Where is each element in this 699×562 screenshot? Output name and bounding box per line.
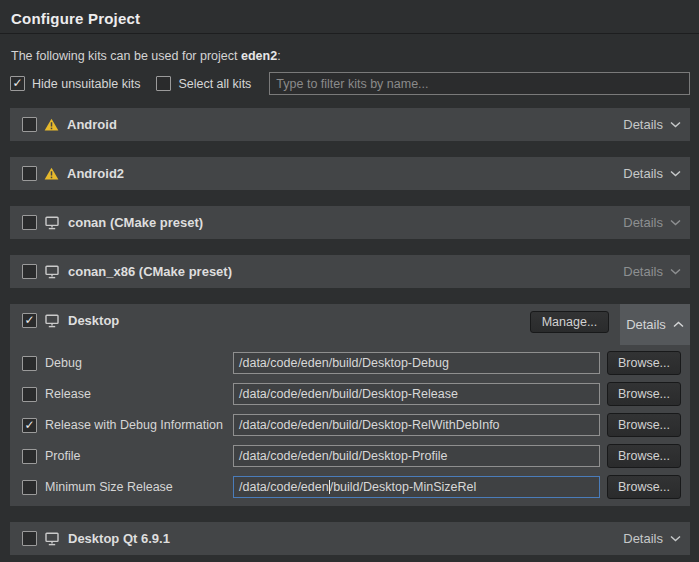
build-config-row-relwithdebinfo: Release with Debug Information /data/cod… bbox=[22, 413, 681, 437]
config-label: Release bbox=[45, 387, 233, 401]
details-toggle[interactable]: Details bbox=[623, 264, 681, 279]
desktop-icon bbox=[44, 313, 60, 328]
kit-row-conan: conan (CMake preset) Details bbox=[10, 206, 690, 239]
chevron-down-icon bbox=[670, 535, 681, 542]
build-dir-input[interactable]: /data/code/eden/build/Desktop-RelWithDeb… bbox=[233, 414, 600, 436]
build-config-row-debug: Debug /data/code/eden/build/Desktop-Debu… bbox=[22, 351, 681, 375]
kit-name: conan_x86 (CMake preset) bbox=[68, 264, 232, 279]
kit-name: Android bbox=[67, 117, 117, 132]
build-config-row-minsizerel: Minimum Size Release /data/code/eden/bui… bbox=[22, 475, 681, 499]
kit-row-android2: Android2 Details bbox=[10, 157, 690, 190]
chevron-down-icon bbox=[670, 170, 681, 177]
details-label: Details bbox=[623, 264, 663, 279]
intro-suffix: : bbox=[277, 49, 280, 63]
build-config-row-profile: Profile /data/code/eden/build/Desktop-Pr… bbox=[22, 444, 681, 468]
desktop-icon bbox=[44, 264, 60, 279]
details-label: Details bbox=[623, 166, 663, 181]
build-dir-path: /data/code/eden bbox=[239, 480, 329, 494]
kit-name: conan (CMake preset) bbox=[68, 215, 203, 230]
kit-name: Android2 bbox=[67, 166, 124, 181]
project-name: eden2 bbox=[241, 49, 277, 63]
details-toggle[interactable]: Details bbox=[623, 166, 681, 181]
intro-text: The following kits can be used for proje… bbox=[11, 49, 690, 63]
build-dir-input[interactable]: /data/code/eden/build/Desktop-Debug bbox=[233, 352, 600, 374]
title-separator bbox=[0, 33, 699, 34]
config-checkbox[interactable] bbox=[22, 418, 37, 433]
browse-button[interactable]: Browse... bbox=[607, 382, 681, 406]
intro-prefix: The following kits can be used for proje… bbox=[11, 49, 241, 63]
build-dir-path: /build/Desktop-MinSizeRel bbox=[330, 480, 477, 494]
details-label: Details bbox=[623, 531, 663, 546]
kit-name: Desktop bbox=[68, 313, 119, 328]
select-all-label: Select all kits bbox=[178, 77, 251, 91]
configure-project-page: Configure Project The following kits can… bbox=[0, 0, 699, 555]
kit-name: Desktop Qt 6.9.1 bbox=[68, 531, 170, 546]
details-label: Details bbox=[623, 215, 663, 230]
config-label: Release with Debug Information bbox=[45, 418, 233, 432]
warning-icon bbox=[44, 167, 59, 180]
kit-checkbox[interactable] bbox=[22, 215, 37, 230]
select-all-checkbox[interactable] bbox=[156, 76, 171, 91]
details-label: Details bbox=[626, 317, 666, 332]
warning-icon bbox=[44, 118, 59, 131]
kit-checkbox[interactable] bbox=[22, 117, 37, 132]
config-checkbox[interactable] bbox=[22, 449, 37, 464]
details-toggle[interactable]: Details bbox=[623, 215, 681, 230]
config-checkbox[interactable] bbox=[22, 387, 37, 402]
chevron-down-icon bbox=[670, 268, 681, 275]
browse-button[interactable]: Browse... bbox=[607, 475, 681, 499]
kit-row-android: Android Details bbox=[10, 108, 690, 141]
desktop-icon bbox=[44, 531, 60, 546]
details-toggle-expanded[interactable]: Details bbox=[620, 304, 690, 345]
details-label: Details bbox=[623, 117, 663, 132]
kit-checkbox[interactable] bbox=[22, 313, 37, 328]
config-label: Debug bbox=[45, 356, 233, 370]
hide-unsuitable-label: Hide unsuitable kits bbox=[32, 77, 140, 91]
build-config-row-release: Release /data/code/eden/build/Desktop-Re… bbox=[22, 382, 681, 406]
build-dir-path: /data/code/eden/build/Desktop-Release bbox=[239, 387, 458, 401]
details-toggle[interactable]: Details bbox=[623, 531, 681, 546]
kit-filter-bar: Hide unsuitable kits Select all kits bbox=[10, 72, 690, 95]
build-dir-input[interactable]: /data/code/eden/build/Desktop-Profile bbox=[233, 445, 600, 467]
build-dir-input-focused[interactable]: /data/code/eden/build/Desktop-MinSizeRel bbox=[233, 476, 600, 498]
manage-kits-button[interactable]: Manage... bbox=[530, 311, 609, 333]
kit-filter-input[interactable] bbox=[269, 72, 690, 95]
kit-row-conan-x86: conan_x86 (CMake preset) Details bbox=[10, 255, 690, 288]
hide-unsuitable-checkbox[interactable] bbox=[10, 76, 25, 91]
kit-section-desktop: Desktop Manage... Details Debug /data/co… bbox=[10, 304, 690, 506]
config-label: Profile bbox=[45, 449, 233, 463]
kit-row-desktop-qt: Desktop Qt 6.9.1 Details bbox=[10, 522, 690, 555]
browse-button[interactable]: Browse... bbox=[607, 351, 681, 375]
build-dir-path: /data/code/eden/build/Desktop-Debug bbox=[239, 356, 449, 370]
config-checkbox[interactable] bbox=[22, 356, 37, 371]
chevron-down-icon bbox=[670, 219, 681, 226]
browse-button[interactable]: Browse... bbox=[607, 444, 681, 468]
chevron-up-icon bbox=[673, 321, 684, 328]
desktop-icon bbox=[44, 215, 60, 230]
kit-checkbox[interactable] bbox=[22, 166, 37, 181]
build-dir-path: /data/code/eden/build/Desktop-RelWithDeb… bbox=[239, 418, 500, 432]
config-checkbox[interactable] bbox=[22, 480, 37, 495]
details-toggle[interactable]: Details bbox=[623, 117, 681, 132]
kit-checkbox[interactable] bbox=[22, 264, 37, 279]
build-dir-path: /data/code/eden/build/Desktop-Profile bbox=[239, 449, 447, 463]
browse-button[interactable]: Browse... bbox=[607, 413, 681, 437]
chevron-down-icon bbox=[670, 121, 681, 128]
kit-checkbox[interactable] bbox=[22, 531, 37, 546]
page-title: Configure Project bbox=[10, 0, 690, 27]
build-dir-input[interactable]: /data/code/eden/build/Desktop-Release bbox=[233, 383, 600, 405]
config-label: Minimum Size Release bbox=[45, 480, 233, 494]
